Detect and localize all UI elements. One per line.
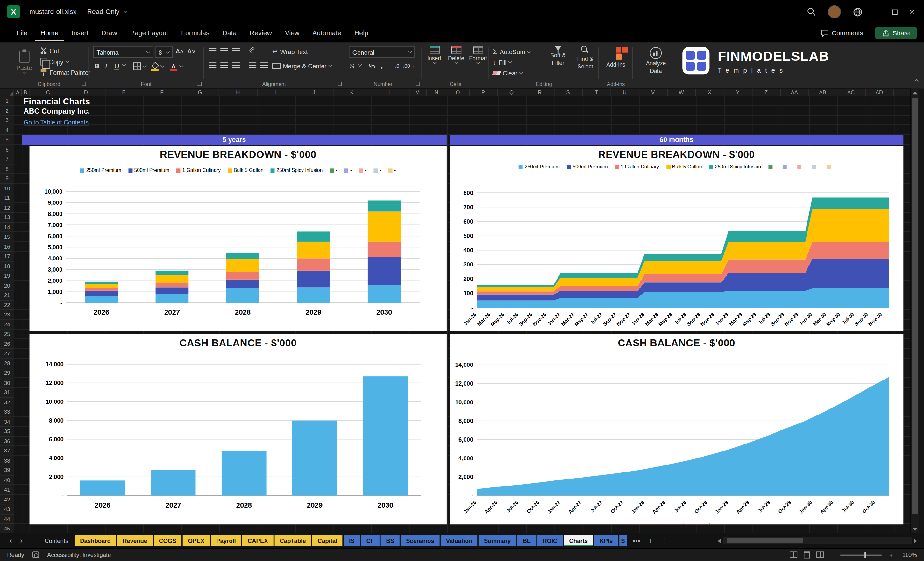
row-header-30[interactable]: 30 [0,378,14,388]
align-center-button[interactable] [220,62,228,69]
format-painter-button[interactable]: Format Painter [40,69,90,76]
row-header-33[interactable]: 33 [0,407,14,417]
scroll-right-icon[interactable] [914,538,917,543]
more-sheets-icon[interactable]: ••• [633,537,640,545]
delete-cells-button[interactable]: Delete [446,46,466,64]
column-header-aa[interactable]: AA [780,89,809,96]
horizontal-scrollbar[interactable] [718,537,917,544]
align-right-button[interactable] [232,62,240,69]
alignment-dialog-launcher[interactable] [338,82,342,86]
globe-icon[interactable] [853,7,863,16]
sheet-tab-summary[interactable]: Summary [478,535,516,546]
horizontal-scrollbar-thumb[interactable] [727,538,803,543]
align-middle-button[interactable] [220,48,228,54]
row-header-31[interactable]: 31 [0,388,14,398]
increase-decimal-button[interactable] [390,63,399,69]
column-header-l[interactable]: L [371,89,409,96]
menu-tab-file[interactable]: File [10,25,33,41]
column-header-h[interactable]: H [219,89,257,96]
font-dialog-launcher[interactable] [197,82,201,86]
sheet-grid[interactable]: Financial Charts ABC Company Inc. Go to … [14,96,910,533]
sheet-tab-contents[interactable]: Contents [39,535,73,546]
column-header-j[interactable]: J [295,89,333,96]
menu-tab-review[interactable]: Review [244,25,278,41]
row-header-13[interactable]: 13 [0,213,14,222]
row-header-35[interactable]: 35 [0,427,14,436]
font-name-select[interactable]: Tahoma [93,46,153,58]
comma-style-button[interactable] [381,60,383,70]
row-header-26[interactable]: 26 [0,339,14,349]
decrease-font-button[interactable]: A˅ [188,48,196,55]
column-header-r[interactable]: R [526,89,554,96]
fill-button[interactable]: Fill [493,58,512,66]
sheet-tab-s[interactable]: S [619,535,627,546]
autosum-button[interactable]: AutoSum [493,47,531,56]
increase-indent-button[interactable] [261,62,268,69]
row-header-10[interactable]: 10 [0,184,14,194]
row-header-32[interactable]: 32 [0,398,14,407]
scroll-up-icon[interactable] [911,88,919,97]
row-header-34[interactable]: 34 [0,417,14,427]
row-header-37[interactable]: 37 [0,446,14,456]
row-header-20[interactable]: 20 [0,281,14,291]
row-header-42[interactable]: 42 [0,495,14,505]
increase-font-button[interactable]: A˄ [176,48,184,55]
row-header-28[interactable]: 28 [0,358,14,368]
merge-center-button[interactable]: Merge & Center [272,62,332,69]
row-header-22[interactable]: 22 [0,300,14,310]
font-color-button[interactable] [170,62,183,70]
align-top-button[interactable] [208,48,216,54]
zoom-level[interactable]: 110% [900,552,917,558]
cut-button[interactable]: Cut [40,47,59,54]
menu-tab-home[interactable]: Home [34,25,64,41]
row-header-7[interactable]: 7 [0,154,14,164]
menu-tab-automate[interactable]: Automate [307,25,347,41]
chart-cash-balance-5y[interactable]: CASH BALANCE - $'000 -2,0004,0006,0008,0… [30,334,447,524]
cell-link[interactable]: Go to Table of Contents [24,118,88,126]
column-header-e[interactable]: E [105,89,143,96]
column-header-o[interactable]: O [447,89,470,96]
select-all-corner[interactable] [0,88,14,96]
column-header-c[interactable]: C [30,89,67,96]
bold-button[interactable] [94,62,99,70]
accounting-chevron-icon[interactable] [358,65,361,66]
wrap-text-button[interactable]: Wrap Text [272,48,308,56]
align-bottom-button[interactable] [232,48,240,54]
percent-style-button[interactable] [369,62,375,70]
share-button[interactable]: Share [875,27,917,39]
new-sheet-button[interactable]: ＋ [647,536,654,545]
menu-tab-formulas[interactable]: Formulas [175,25,215,41]
accessibility-status[interactable]: Accessibility: Investigate [47,552,111,558]
column-header-a[interactable]: A [14,89,22,96]
borders-button[interactable] [133,62,146,70]
number-dialog-launcher[interactable] [416,82,420,86]
chart-revenue-breakdown-60m[interactable]: REVENUE BREAKDOWN - $'000 250ml Premium5… [450,146,903,331]
sheet-tab-kpis[interactable]: KPIs [594,535,618,546]
menu-tab-insert[interactable]: Insert [66,25,94,41]
column-header-s[interactable]: S [554,89,583,96]
sheet-tab-revenue[interactable]: Revenue [117,535,152,546]
row-header-14[interactable]: 14 [0,222,14,232]
zoom-in-button[interactable]: ＋ [888,551,894,559]
orientation-button[interactable] [249,46,255,52]
menu-tab-page-layout[interactable]: Page Layout [124,25,174,41]
sheet-tab-scenarios[interactable]: Scenarios [401,535,440,546]
row-header-29[interactable]: 29 [0,368,14,378]
sheet-tab-payroll[interactable]: Payroll [211,535,241,546]
decrease-decimal-button[interactable] [403,63,415,69]
search-icon[interactable] [807,7,816,16]
sheet-tab-opex[interactable]: OPEX [183,535,210,546]
sheet-tab-is[interactable]: IS [344,535,360,546]
row-header-44[interactable]: 44 [0,514,14,524]
row-header-41[interactable]: 41 [0,485,14,495]
menu-tab-help[interactable]: Help [348,25,374,41]
row-header-8[interactable]: 8 [0,164,14,174]
chart-cash-balance-60m[interactable]: CASH BALANCE - $'000 -2,0004,0006,0008,0… [450,334,903,524]
comments-button[interactable]: Comments [816,27,868,39]
sheet-tab-dashboard[interactable]: Dashboard [75,535,116,546]
menu-tab-draw[interactable]: Draw [96,25,123,41]
column-header-t[interactable]: T [583,89,611,96]
row-header-38[interactable]: 38 [0,456,14,466]
accounting-format-button[interactable] [350,62,354,70]
row-header-40[interactable]: 40 [0,476,14,485]
